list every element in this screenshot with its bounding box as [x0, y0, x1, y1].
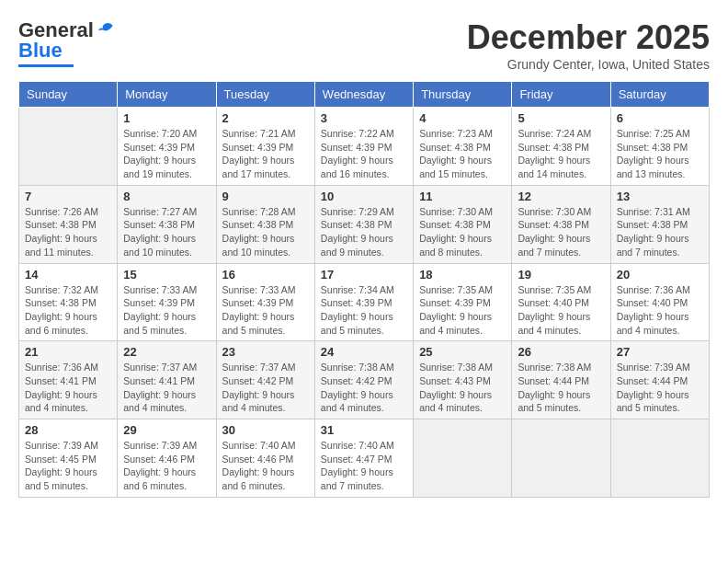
logo-blue: Blue: [18, 39, 63, 63]
day-info: Sunrise: 7:36 AMSunset: 4:40 PMDaylight:…: [617, 283, 703, 338]
day-number: 31: [321, 423, 407, 437]
table-row: 2 Sunrise: 7:21 AMSunset: 4:39 PMDayligh…: [216, 108, 314, 186]
col-sunday: Sunday: [19, 82, 118, 108]
table-row: 23 Sunrise: 7:37 AMSunset: 4:42 PMDaylig…: [216, 341, 314, 419]
day-info: Sunrise: 7:38 AMSunset: 4:44 PMDaylight:…: [518, 361, 604, 415]
calendar-table: Sunday Monday Tuesday Wednesday Thursday…: [18, 81, 710, 498]
table-row: [414, 419, 512, 498]
day-info: Sunrise: 7:28 AMSunset: 4:38 PMDaylight:…: [222, 205, 309, 259]
col-monday: Monday: [118, 82, 216, 108]
table-row: 25 Sunrise: 7:38 AMSunset: 4:43 PMDaylig…: [414, 341, 512, 419]
logo-bird-icon: [96, 21, 116, 40]
table-row: 17 Sunrise: 7:34 AMSunset: 4:39 PMDaylig…: [314, 263, 413, 341]
day-number: 9: [222, 190, 309, 203]
table-row: 16 Sunrise: 7:33 AMSunset: 4:39 PMDaylig…: [216, 263, 314, 341]
day-info: Sunrise: 7:39 AMSunset: 4:46 PMDaylight:…: [123, 439, 210, 493]
calendar-week-row: 1 Sunrise: 7:20 AMSunset: 4:39 PMDayligh…: [19, 108, 710, 186]
table-row: 24 Sunrise: 7:38 AMSunset: 4:42 PMDaylig…: [314, 341, 413, 419]
table-row: 5 Sunrise: 7:24 AMSunset: 4:38 PMDayligh…: [512, 108, 610, 186]
day-info: Sunrise: 7:36 AMSunset: 4:41 PMDaylight:…: [25, 361, 111, 415]
day-number: 25: [419, 345, 506, 359]
calendar-week-row: 7 Sunrise: 7:26 AMSunset: 4:38 PMDayligh…: [19, 185, 710, 263]
table-row: 19 Sunrise: 7:35 AMSunset: 4:40 PMDaylig…: [512, 263, 610, 341]
page-header: General Blue December 2025 Grundy Center…: [18, 18, 710, 72]
table-row: 12 Sunrise: 7:30 AMSunset: 4:38 PMDaylig…: [512, 185, 610, 263]
day-number: 21: [25, 345, 111, 359]
day-info: Sunrise: 7:37 AMSunset: 4:41 PMDaylight:…: [123, 361, 210, 415]
table-row: 28 Sunrise: 7:39 AMSunset: 4:45 PMDaylig…: [19, 419, 118, 498]
table-row: 29 Sunrise: 7:39 AMSunset: 4:46 PMDaylig…: [118, 419, 216, 498]
table-row: 21 Sunrise: 7:36 AMSunset: 4:41 PMDaylig…: [19, 341, 118, 419]
col-tuesday: Tuesday: [216, 82, 314, 108]
day-info: Sunrise: 7:30 AMSunset: 4:38 PMDaylight:…: [518, 205, 604, 259]
day-info: Sunrise: 7:23 AMSunset: 4:38 PMDaylight:…: [419, 127, 506, 181]
table-row: 30 Sunrise: 7:40 AMSunset: 4:46 PMDaylig…: [216, 419, 314, 498]
day-number: 26: [518, 345, 604, 359]
table-row: 3 Sunrise: 7:22 AMSunset: 4:39 PMDayligh…: [314, 108, 413, 186]
table-row: 31 Sunrise: 7:40 AMSunset: 4:47 PMDaylig…: [314, 419, 413, 498]
table-row: 7 Sunrise: 7:26 AMSunset: 4:38 PMDayligh…: [19, 185, 118, 263]
table-row: 4 Sunrise: 7:23 AMSunset: 4:38 PMDayligh…: [414, 108, 512, 186]
day-number: 28: [25, 423, 111, 437]
day-info: Sunrise: 7:40 AMSunset: 4:46 PMDaylight:…: [222, 439, 309, 493]
col-friday: Friday: [512, 82, 610, 108]
day-info: Sunrise: 7:25 AMSunset: 4:38 PMDaylight:…: [617, 127, 703, 181]
day-info: Sunrise: 7:34 AMSunset: 4:39 PMDaylight:…: [321, 283, 407, 338]
table-row: 26 Sunrise: 7:38 AMSunset: 4:44 PMDaylig…: [512, 341, 610, 419]
calendar-week-row: 14 Sunrise: 7:32 AMSunset: 4:38 PMDaylig…: [19, 263, 710, 341]
day-info: Sunrise: 7:22 AMSunset: 4:39 PMDaylight:…: [321, 127, 407, 181]
table-row: [19, 108, 118, 186]
month-title: December 2025: [467, 18, 710, 57]
day-number: 14: [25, 268, 111, 282]
day-info: Sunrise: 7:21 AMSunset: 4:39 PMDaylight:…: [222, 127, 309, 181]
day-number: 12: [518, 190, 604, 203]
day-number: 15: [123, 268, 210, 282]
day-info: Sunrise: 7:20 AMSunset: 4:39 PMDaylight:…: [123, 127, 210, 181]
day-number: 27: [617, 345, 703, 359]
day-info: Sunrise: 7:30 AMSunset: 4:38 PMDaylight:…: [419, 205, 506, 259]
day-number: 6: [617, 111, 703, 125]
day-number: 18: [419, 268, 506, 282]
table-row: 14 Sunrise: 7:32 AMSunset: 4:38 PMDaylig…: [19, 263, 118, 341]
day-number: 8: [123, 190, 210, 203]
day-info: Sunrise: 7:39 AMSunset: 4:44 PMDaylight:…: [617, 361, 703, 415]
day-info: Sunrise: 7:31 AMSunset: 4:38 PMDaylight:…: [617, 205, 703, 259]
day-number: 10: [321, 190, 407, 203]
calendar-week-row: 21 Sunrise: 7:36 AMSunset: 4:41 PMDaylig…: [19, 341, 710, 419]
day-number: 5: [518, 111, 604, 125]
table-row: [512, 419, 610, 498]
title-block: December 2025 Grundy Center, Iowa, Unite…: [467, 18, 710, 72]
calendar-week-row: 28 Sunrise: 7:39 AMSunset: 4:45 PMDaylig…: [19, 419, 710, 498]
table-row: 8 Sunrise: 7:27 AMSunset: 4:38 PMDayligh…: [118, 185, 216, 263]
table-row: 11 Sunrise: 7:30 AMSunset: 4:38 PMDaylig…: [414, 185, 512, 263]
col-thursday: Thursday: [414, 82, 512, 108]
logo-underline: [18, 64, 74, 67]
day-number: 11: [419, 190, 506, 203]
day-number: 7: [25, 190, 111, 203]
day-number: 20: [617, 268, 703, 282]
table-row: 18 Sunrise: 7:35 AMSunset: 4:39 PMDaylig…: [414, 263, 512, 341]
day-number: 17: [321, 268, 407, 282]
day-info: Sunrise: 7:33 AMSunset: 4:39 PMDaylight:…: [222, 283, 309, 338]
day-info: Sunrise: 7:35 AMSunset: 4:39 PMDaylight:…: [419, 283, 506, 338]
col-wednesday: Wednesday: [314, 82, 413, 108]
day-info: Sunrise: 7:40 AMSunset: 4:47 PMDaylight:…: [321, 439, 407, 493]
day-number: 19: [518, 268, 604, 282]
day-number: 23: [222, 345, 309, 359]
day-number: 3: [321, 111, 407, 125]
day-number: 29: [123, 423, 210, 437]
table-row: 15 Sunrise: 7:33 AMSunset: 4:39 PMDaylig…: [118, 263, 216, 341]
location-subtitle: Grundy Center, Iowa, United States: [467, 57, 710, 72]
day-number: 1: [123, 111, 210, 125]
day-number: 2: [222, 111, 309, 125]
day-info: Sunrise: 7:29 AMSunset: 4:38 PMDaylight:…: [321, 205, 407, 259]
day-number: 4: [419, 111, 506, 125]
table-row: [610, 419, 709, 498]
day-info: Sunrise: 7:37 AMSunset: 4:42 PMDaylight:…: [222, 361, 309, 415]
day-info: Sunrise: 7:39 AMSunset: 4:45 PMDaylight:…: [25, 439, 111, 493]
day-info: Sunrise: 7:27 AMSunset: 4:38 PMDaylight:…: [123, 205, 210, 259]
table-row: 27 Sunrise: 7:39 AMSunset: 4:44 PMDaylig…: [610, 341, 709, 419]
day-info: Sunrise: 7:26 AMSunset: 4:38 PMDaylight:…: [25, 205, 111, 259]
day-number: 22: [123, 345, 210, 359]
day-number: 24: [321, 345, 407, 359]
